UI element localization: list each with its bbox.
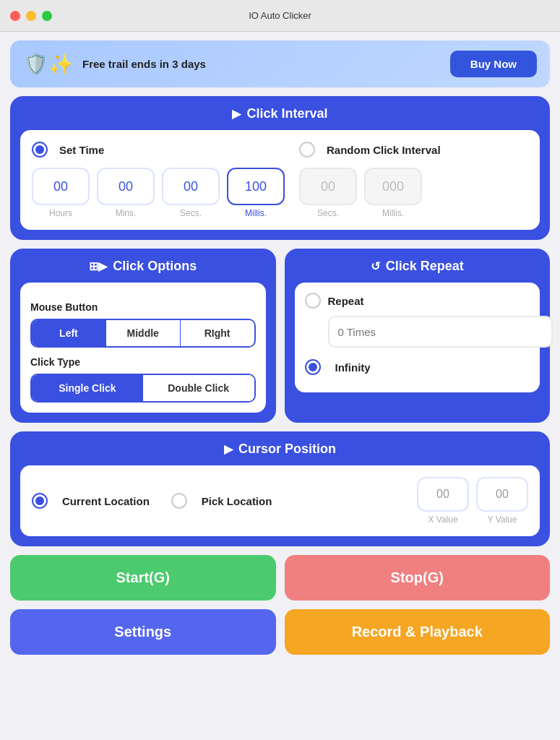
x-value-group: X Value — [417, 477, 469, 525]
cursor-position-section: ▶ Cursor Position Current Location Pick … — [10, 431, 550, 546]
left-button[interactable]: Left — [32, 320, 105, 346]
repeat-icon: ↺ — [371, 259, 380, 273]
millis-label: Millis. — [245, 208, 267, 218]
click-repeat-title: ↺ Click Repeat — [295, 259, 540, 274]
click-repeat-inner: Repeat Infinity — [295, 283, 540, 392]
repeat-row: Repeat — [305, 293, 530, 309]
infinity-label: Infinity — [335, 361, 371, 374]
random-inputs: Secs. Millis. — [299, 168, 528, 218]
set-time-row: Set Time — [32, 142, 285, 158]
current-location-radio[interactable] — [32, 493, 48, 509]
title-bar: IO Auto Clicker — [0, 0, 560, 32]
interval-right: Random Click Interval Secs. Millis. — [285, 142, 528, 218]
single-click-button[interactable]: Single Click — [32, 375, 143, 401]
options-icon: ⊞▶ — [89, 259, 107, 273]
record-playback-button[interactable]: Record & Playback — [285, 609, 551, 655]
click-options-title: ⊞▶ Click Options — [20, 259, 266, 274]
random-secs-group: Secs. — [299, 168, 357, 218]
millis-group: Millis. — [227, 168, 285, 218]
settings-button[interactable]: Settings — [10, 609, 276, 655]
infinity-row: Infinity — [305, 359, 530, 375]
x-value-input[interactable] — [417, 477, 469, 512]
random-millis-group: Millis. — [364, 168, 422, 218]
infinity-radio[interactable] — [305, 359, 321, 375]
y-value-input[interactable] — [476, 477, 528, 512]
start-button[interactable]: Start(G) — [10, 555, 276, 601]
minimize-button[interactable] — [26, 11, 36, 21]
y-value-group: Y Value — [476, 477, 528, 525]
set-time-radio[interactable] — [32, 142, 48, 158]
click-repeat-section: ↺ Click Repeat Repeat Infinity — [285, 249, 551, 423]
random-click-row: Random Click Interval — [299, 142, 528, 158]
right-button[interactable]: RIght — [181, 320, 254, 346]
x-value-label: X Value — [428, 515, 457, 525]
pick-location-label: Pick Location — [202, 495, 272, 507]
trial-left: 🛡️✨ Free trail ends in 3 days — [23, 52, 206, 76]
interval-both: Set Time Hours Mins. Secs. — [32, 142, 528, 218]
interval-left: Set Time Hours Mins. Secs. — [32, 142, 285, 218]
secs-group: Secs. — [162, 168, 220, 218]
repeat-label: Repeat — [328, 295, 364, 307]
trial-banner: 🛡️✨ Free trail ends in 3 days Buy Now — [10, 40, 550, 87]
middle-sections: ⊞▶ Click Options Mouse Button Left Middl… — [10, 249, 550, 423]
mins-input[interactable] — [97, 168, 155, 205]
random-secs-label: Secs. — [317, 208, 339, 218]
cursor-inputs: X Value Y Value — [417, 477, 528, 525]
close-button[interactable] — [10, 11, 20, 21]
cursor-icon: ▶ — [232, 107, 241, 121]
cursor-row: Current Location Pick Location X Value Y… — [32, 477, 528, 525]
repeat-radio[interactable] — [305, 293, 321, 309]
main-content: 🛡️✨ Free trail ends in 3 days Buy Now ▶ … — [0, 32, 560, 663]
random-millis-input[interactable] — [364, 168, 422, 205]
maximize-button[interactable] — [42, 11, 52, 21]
click-options-inner: Mouse Button Left Middle RIght Click Typ… — [20, 283, 266, 413]
hours-group: Hours — [32, 168, 90, 218]
mins-group: Mins. — [97, 168, 155, 218]
mouse-button-label: Mouse Button — [30, 301, 256, 313]
y-value-label: Y Value — [488, 515, 517, 525]
window-title: IO Auto Clicker — [249, 10, 311, 21]
secs-input[interactable] — [162, 168, 220, 205]
window-controls[interactable] — [10, 11, 52, 21]
stop-button[interactable]: Stop(G) — [285, 555, 551, 601]
bottom-buttons-row2: Settings Record & Playback — [10, 609, 550, 655]
cursor-position-inner: Current Location Pick Location X Value Y… — [20, 465, 540, 536]
click-interval-inner: Set Time Hours Mins. Secs. — [20, 130, 540, 230]
trial-text: Free trail ends in 3 days — [82, 58, 206, 70]
random-click-label[interactable]: Random Click Interval — [327, 144, 441, 156]
trial-emoji: 🛡️✨ — [23, 52, 74, 76]
buy-now-button[interactable]: Buy Now — [450, 51, 537, 77]
double-click-button[interactable]: Double Click — [143, 375, 254, 401]
cursor-pos-icon: ▶ — [224, 442, 233, 456]
set-time-label[interactable]: Set Time — [59, 144, 104, 156]
repeat-input[interactable] — [328, 316, 553, 348]
hours-label: Hours — [49, 208, 72, 218]
click-interval-title: ▶ Click Interval — [20, 106, 540, 121]
middle-button[interactable]: Middle — [106, 320, 180, 346]
click-interval-section: ▶ Click Interval Set Time Hours — [10, 96, 550, 240]
set-time-inputs: Hours Mins. Secs. Millis. — [32, 168, 285, 218]
hours-input[interactable] — [32, 168, 90, 205]
random-millis-label: Millis. — [382, 208, 404, 218]
current-location-label: Current Location — [62, 495, 150, 507]
mins-label: Mins. — [116, 208, 137, 218]
click-type-group: Single Click Double Click — [30, 374, 256, 403]
mouse-button-group: Left Middle RIght — [30, 319, 256, 348]
pick-location-radio[interactable] — [171, 493, 187, 509]
secs-label: Secs. — [180, 208, 202, 218]
millis-input[interactable] — [227, 168, 285, 205]
bottom-buttons-row1: Start(G) Stop(G) — [10, 555, 550, 601]
cursor-position-title: ▶ Cursor Position — [20, 442, 540, 457]
random-click-radio[interactable] — [299, 142, 315, 158]
click-options-section: ⊞▶ Click Options Mouse Button Left Middl… — [10, 249, 276, 423]
click-type-label: Click Type — [30, 356, 256, 368]
random-secs-input[interactable] — [299, 168, 357, 205]
